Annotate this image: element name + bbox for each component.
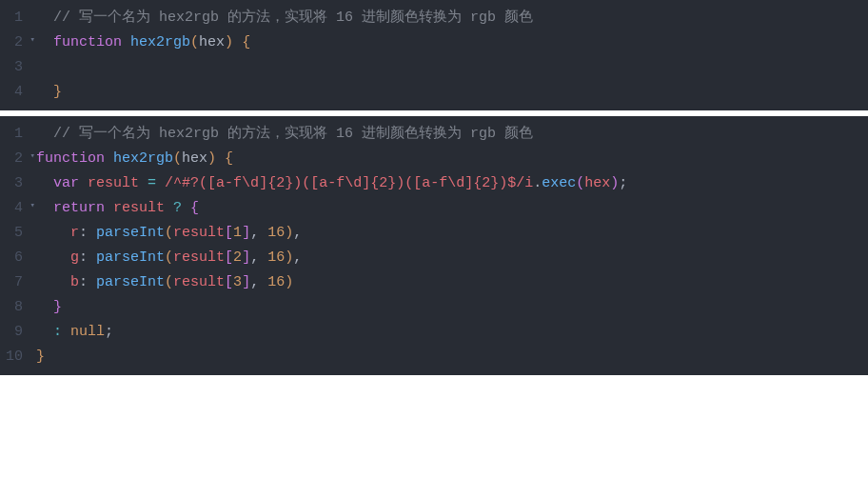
line-number: 2▾ bbox=[0, 148, 36, 170]
code-line[interactable]: 1 // 写一个名为 hex2rgb 的方法，实现将 16 进制颜色转换为 rg… bbox=[0, 122, 868, 147]
code-content[interactable] bbox=[36, 56, 868, 79]
code-editor-top[interactable]: 1 // 写一个名为 hex2rgb 的方法，实现将 16 进制颜色转换为 rg… bbox=[0, 0, 868, 110]
line-number: 3 bbox=[0, 56, 36, 79]
code-content[interactable]: } bbox=[36, 296, 868, 319]
line-number: 1 bbox=[0, 7, 36, 30]
code-editor-bottom[interactable]: 1 // 写一个名为 hex2rgb 的方法，实现将 16 进制颜色转换为 rg… bbox=[0, 116, 868, 375]
code-line[interactable]: 8 } bbox=[0, 295, 868, 320]
code-content[interactable]: } bbox=[36, 346, 868, 368]
code-line[interactable]: 2▾function hex2rgb(hex) { bbox=[0, 147, 868, 171]
line-number: 2▾ bbox=[0, 31, 36, 54]
code-content[interactable]: var result = /^#?([a-f\d]{2})([a-f\d]{2}… bbox=[36, 172, 868, 195]
code-line[interactable]: 10} bbox=[0, 345, 868, 369]
code-content[interactable]: r: parseInt(result[1], 16), bbox=[36, 222, 868, 245]
code-line[interactable]: 9 : null; bbox=[0, 320, 868, 345]
code-content[interactable]: // 写一个名为 hex2rgb 的方法，实现将 16 进制颜色转换为 rgb … bbox=[36, 7, 868, 30]
code-line[interactable]: 6 g: parseInt(result[2], 16), bbox=[0, 246, 868, 270]
line-number: 1 bbox=[0, 123, 36, 146]
line-number: 4▾ bbox=[0, 197, 36, 220]
fold-icon[interactable]: ▾ bbox=[30, 199, 35, 212]
line-number: 3 bbox=[0, 172, 36, 195]
line-number: 4 bbox=[0, 81, 36, 104]
code-line[interactable]: 4▾ return result ? { bbox=[0, 196, 868, 221]
code-content[interactable]: g: parseInt(result[2], 16), bbox=[36, 247, 868, 269]
code-content[interactable]: b: parseInt(result[3], 16) bbox=[36, 271, 868, 294]
fold-icon[interactable]: ▾ bbox=[30, 33, 35, 47]
code-content[interactable]: function hex2rgb(hex) { bbox=[36, 148, 868, 170]
code-content[interactable]: } bbox=[36, 81, 868, 104]
code-content[interactable]: function hex2rgb(hex) { bbox=[36, 31, 868, 54]
code-line[interactable]: 7 b: parseInt(result[3], 16) bbox=[0, 270, 868, 295]
code-line[interactable]: 3 bbox=[0, 55, 868, 80]
code-content[interactable]: return result ? { bbox=[36, 197, 868, 220]
line-number: 10 bbox=[0, 346, 36, 368]
line-number: 8 bbox=[0, 296, 36, 319]
fold-icon[interactable]: ▾ bbox=[30, 149, 35, 163]
code-line[interactable]: 2▾ function hex2rgb(hex) { bbox=[0, 30, 868, 55]
code-line[interactable]: 4 } bbox=[0, 80, 868, 105]
code-content[interactable]: : null; bbox=[36, 321, 868, 344]
line-number: 5 bbox=[0, 222, 36, 245]
line-number: 6 bbox=[0, 247, 36, 269]
line-number: 7 bbox=[0, 271, 36, 294]
code-line[interactable]: 5 r: parseInt(result[1], 16), bbox=[0, 221, 868, 246]
line-number: 9 bbox=[0, 321, 36, 344]
code-line[interactable]: 1 // 写一个名为 hex2rgb 的方法，实现将 16 进制颜色转换为 rg… bbox=[0, 6, 868, 30]
code-content[interactable]: // 写一个名为 hex2rgb 的方法，实现将 16 进制颜色转换为 rgb … bbox=[36, 123, 868, 146]
code-line[interactable]: 3 var result = /^#?([a-f\d]{2})([a-f\d]{… bbox=[0, 171, 868, 196]
